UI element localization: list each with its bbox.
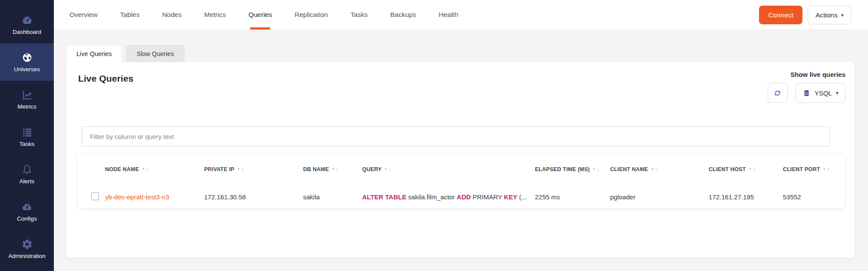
page-title: Live Queries	[78, 73, 133, 84]
sidebar-item-label: Dashboard	[13, 29, 41, 35]
sort-icon[interactable]: ▼▲	[142, 168, 149, 171]
queries-subtabs: Live QueriesSlow Queries	[66, 45, 185, 62]
column-header-client-host[interactable]: CLIENT HOST▼▲	[709, 166, 783, 172]
sidebar-item-label: Metrics	[17, 104, 36, 110]
tab-metrics[interactable]: Metrics	[195, 0, 235, 30]
sort-asc-icon: ▲	[596, 168, 600, 171]
sort-icon[interactable]: ▼▲	[237, 168, 244, 171]
row-checkbox[interactable]	[91, 192, 99, 200]
gauge-icon	[21, 14, 33, 26]
sort-asc-icon: ▲	[752, 168, 756, 171]
column-header-client-port[interactable]: CLIENT PORT▼▲	[783, 166, 845, 172]
column-header-client-name[interactable]: CLIENT NAME▼▲	[610, 166, 709, 172]
column-header-elapsed[interactable]: ELAPSED TIME (MS)▼▲	[535, 166, 610, 172]
tab-backups[interactable]: Backups	[381, 0, 426, 30]
subtab-slow-queries[interactable]: Slow Queries	[126, 45, 184, 62]
query-text: ALTER TABLE sakila.film_actor ADD PRIMAR…	[362, 193, 535, 201]
column-header-query[interactable]: QUERY▼▲	[362, 166, 535, 172]
sidebar-item-universes[interactable]: Universes	[0, 43, 54, 81]
sort-asc-icon: ▲	[655, 168, 658, 171]
column-header-label: CLIENT NAME	[610, 166, 648, 172]
table-body: yb-dev-epratt-test3-n3172.161.30.58sakil…	[77, 182, 845, 212]
nav-tab-label: Tables	[120, 11, 140, 19]
actions-button-label: Actions	[815, 11, 838, 19]
sort-icon[interactable]: ▼▲	[823, 168, 830, 171]
sort-desc-icon: ▼	[592, 168, 596, 171]
actions-button[interactable]: Actions ▾	[808, 6, 851, 24]
nav-tab-label: Health	[439, 11, 458, 19]
sort-icon[interactable]: ▼▲	[592, 168, 600, 171]
tab-replication[interactable]: Replication	[285, 0, 337, 30]
nav-tab-label: Nodes	[162, 11, 182, 19]
tab-nodes[interactable]: Nodes	[152, 0, 191, 30]
sort-icon[interactable]: ▼▲	[651, 168, 658, 171]
sort-icon[interactable]: ▼▲	[332, 168, 339, 171]
sidebar-item-metrics[interactable]: Metrics	[0, 81, 54, 118]
tab-queries[interactable]: Queries	[239, 0, 281, 30]
tab-overview[interactable]: Overview	[60, 0, 107, 30]
nav-tab-label: Replication	[294, 11, 328, 19]
sidebar-item-dashboard[interactable]: Dashboard	[0, 6, 54, 43]
active-tab-underline	[250, 27, 270, 30]
sidebar-item-tasks[interactable]: Tasks	[0, 118, 54, 155]
column-header-private-ip[interactable]: PRIVATE IP▼▲	[204, 166, 303, 172]
sort-desc-icon: ▼	[749, 168, 752, 171]
refresh-icon	[773, 89, 782, 97]
nav-tab-label: Queries	[248, 11, 272, 19]
sort-asc-icon: ▲	[827, 168, 830, 171]
tab-tables[interactable]: Tables	[111, 0, 149, 30]
gear-icon	[21, 238, 33, 250]
column-header-db-name[interactable]: DB NAME▼▲	[303, 166, 362, 172]
column-header-label: NODE NAME	[105, 166, 139, 172]
sort-asc-icon: ▲	[145, 168, 149, 171]
cell-elapsed: 2255 ms	[535, 193, 610, 201]
cell-private-ip: 172.161.30.58	[204, 193, 303, 201]
chevron-down-icon: ▾	[841, 13, 844, 18]
api-selected-label: YSQL	[815, 89, 832, 97]
globe-icon	[21, 52, 33, 63]
sidebar-item-label: Alerts	[20, 178, 35, 185]
sidebar-item-configs[interactable]: Configs	[0, 193, 54, 230]
cell-db-name: sakila	[303, 193, 362, 201]
chart-icon	[21, 89, 33, 101]
refresh-button[interactable]	[768, 83, 788, 103]
column-header-label: CLIENT HOST	[709, 166, 746, 172]
controls-row: YSQL ▾	[768, 83, 845, 103]
cloud-upload-icon	[21, 201, 33, 213]
sql-keyword: ADD	[457, 193, 471, 201]
sql-text: (...	[517, 193, 527, 201]
queries-content: Live QueriesSlow Queries Live Queries Sh…	[54, 30, 868, 271]
sort-desc-icon: ▼	[384, 168, 388, 171]
column-header-label: QUERY	[362, 166, 382, 172]
cell-node-name: yb-dev-epratt-test3-n3	[105, 193, 204, 201]
column-header-label: DB NAME	[303, 166, 329, 172]
nav-actions: Connect Actions ▾	[759, 0, 851, 30]
cell-client-port: 53552	[783, 193, 845, 201]
sort-desc-icon: ▼	[823, 168, 826, 171]
sidebar-item-label: Administration	[8, 253, 46, 259]
database-icon	[802, 89, 811, 97]
api-select-dropdown[interactable]: YSQL ▾	[795, 83, 845, 103]
sort-desc-icon: ▼	[237, 168, 241, 171]
sidebar-item-alerts[interactable]: Alerts	[0, 155, 54, 193]
sort-asc-icon: ▲	[336, 168, 339, 171]
column-header-label: PRIVATE IP	[204, 166, 234, 172]
sort-icon[interactable]: ▼▲	[749, 168, 756, 171]
tab-tasks-nav[interactable]: Tasks	[341, 0, 377, 30]
subtab-live-queries[interactable]: Live Queries	[66, 45, 122, 62]
sort-desc-icon: ▼	[332, 168, 335, 171]
filter-input[interactable]	[82, 126, 830, 146]
chevron-down-icon: ▾	[836, 90, 838, 96]
connect-button[interactable]: Connect	[759, 6, 802, 24]
sort-icon[interactable]: ▼▲	[384, 168, 392, 171]
sidebar-item-administration[interactable]: Administration	[0, 230, 54, 268]
row-checkbox-cell	[91, 192, 105, 202]
live-queries-table: NODE NAME▼▲PRIVATE IP▼▲DB NAME▼▲QUERY▼▲E…	[77, 153, 845, 208]
nav-tab-label: Metrics	[204, 11, 226, 19]
sidebar-item-label: Configs	[17, 216, 37, 222]
node-name-link[interactable]: yb-dev-epratt-test3-n3	[105, 193, 169, 201]
sidebar-item-label: Universes	[14, 66, 40, 73]
column-header-node-name[interactable]: NODE NAME▼▲	[105, 166, 204, 172]
tab-health[interactable]: Health	[429, 0, 468, 30]
live-queries-panel: Live Queries Show live queries YSQL ▾	[66, 62, 855, 258]
